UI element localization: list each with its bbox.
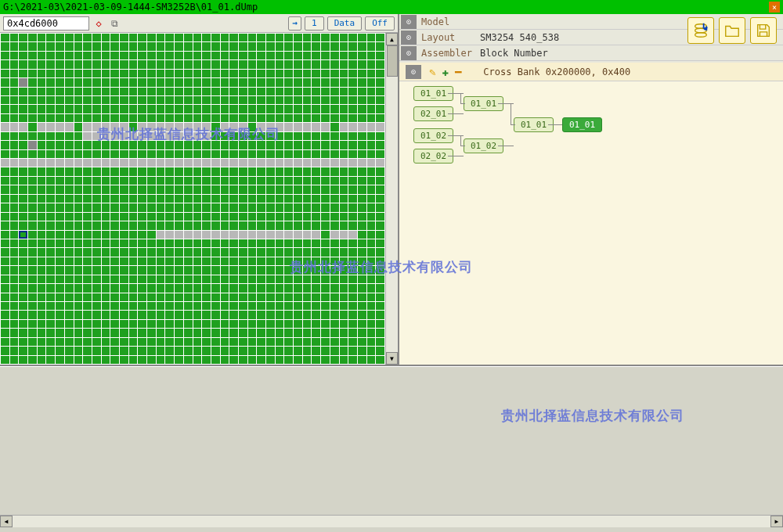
block-cell[interactable]	[138, 105, 146, 113]
block-cell[interactable]	[120, 177, 128, 185]
block-cell[interactable]	[1, 42, 9, 50]
block-cell[interactable]	[348, 105, 357, 113]
block-cell[interactable]	[221, 52, 229, 59]
block-cell[interactable]	[46, 302, 55, 310]
block-cell[interactable]	[56, 105, 64, 113]
block-cell[interactable]	[367, 221, 376, 229]
block-cell[interactable]	[266, 320, 275, 328]
block-cell[interactable]	[28, 347, 37, 354]
block-cell[interactable]	[358, 60, 366, 68]
block-cell[interactable]	[10, 311, 19, 318]
block-cell[interactable]	[303, 302, 312, 310]
block-cell[interactable]	[321, 257, 330, 265]
block-cell[interactable]	[102, 284, 110, 292]
block-cell[interactable]	[129, 320, 138, 328]
block-cell[interactable]	[56, 78, 64, 86]
block-cell[interactable]	[138, 302, 146, 310]
block-cell[interactable]	[239, 185, 247, 193]
block-cell[interactable]	[266, 167, 275, 175]
scroll-up-button[interactable]: ▲	[386, 33, 398, 45]
block-cell[interactable]	[229, 42, 238, 50]
block-cell[interactable]	[129, 356, 138, 364]
block-cell[interactable]	[110, 239, 119, 247]
block-cell[interactable]	[28, 239, 37, 247]
block-cell[interactable]	[248, 284, 257, 292]
block-cell[interactable]	[276, 132, 284, 140]
block-cell[interactable]	[367, 132, 376, 140]
block-cell[interactable]	[376, 177, 384, 185]
block-cell[interactable]	[303, 248, 312, 256]
block-cell[interactable]	[46, 96, 55, 104]
block-cell[interactable]	[120, 52, 128, 59]
block-cell[interactable]	[83, 329, 92, 336]
block-cell[interactable]	[284, 105, 293, 113]
block-cell[interactable]	[248, 34, 257, 41]
block-cell[interactable]	[312, 347, 320, 354]
block-cell[interactable]	[340, 141, 348, 149]
block-cell[interactable]	[294, 78, 302, 86]
block-cell[interactable]	[239, 159, 247, 167]
block-cell[interactable]	[92, 257, 101, 265]
block-cell[interactable]	[19, 159, 27, 167]
block-cell[interactable]	[229, 105, 238, 113]
block-cell[interactable]	[83, 132, 92, 140]
block-cell[interactable]	[147, 123, 156, 131]
block-cell[interactable]	[294, 338, 302, 346]
block-cell[interactable]	[340, 150, 348, 158]
block-cell[interactable]	[184, 60, 193, 68]
block-cell[interactable]	[157, 52, 165, 59]
block-cell[interactable]	[248, 275, 257, 283]
block-cell[interactable]	[74, 284, 83, 292]
block-cell[interactable]	[102, 248, 110, 256]
block-cell[interactable]	[266, 141, 275, 149]
block-cell[interactable]	[294, 105, 302, 113]
block-cell[interactable]	[175, 221, 183, 229]
block-cell[interactable]	[221, 88, 229, 95]
block-cell[interactable]	[211, 320, 220, 328]
block-cell[interactable]	[102, 96, 110, 104]
block-cell[interactable]	[175, 132, 183, 140]
block-cell[interactable]	[358, 257, 366, 265]
block-cell[interactable]	[92, 231, 101, 239]
block-cell[interactable]	[221, 114, 229, 122]
block-cell[interactable]	[294, 195, 302, 203]
block-cell[interactable]	[340, 78, 348, 86]
block-cell[interactable]	[202, 248, 211, 256]
block-cell[interactable]	[358, 356, 366, 364]
block-cell[interactable]	[229, 185, 238, 193]
block-cell[interactable]	[74, 78, 83, 86]
block-cell[interactable]	[165, 195, 174, 203]
block-cell[interactable]	[46, 159, 55, 167]
block-cell[interactable]	[239, 320, 247, 328]
block-cell[interactable]	[340, 132, 348, 140]
block-cell[interactable]	[257, 60, 265, 68]
block-cell[interactable]	[202, 293, 211, 301]
block-cell[interactable]	[330, 159, 339, 167]
block-cell[interactable]	[257, 150, 265, 158]
block-cell[interactable]	[202, 132, 211, 140]
block-cell[interactable]	[110, 105, 119, 113]
block-cell[interactable]	[358, 52, 366, 59]
block-cell[interactable]	[165, 159, 174, 167]
block-cell[interactable]	[157, 42, 165, 50]
block-cell[interactable]	[284, 167, 293, 175]
block-cell[interactable]	[330, 320, 339, 328]
block-cell[interactable]	[10, 257, 19, 265]
block-cell[interactable]	[28, 221, 37, 229]
block-cell[interactable]	[211, 293, 220, 301]
block-cell[interactable]	[92, 52, 101, 59]
block-cell[interactable]	[19, 356, 27, 364]
block-cell[interactable]	[46, 284, 55, 292]
block-cell[interactable]	[321, 284, 330, 292]
block-cell[interactable]	[138, 347, 146, 354]
block-cell[interactable]	[129, 248, 138, 256]
block-cell[interactable]	[175, 96, 183, 104]
block-cell[interactable]	[211, 284, 220, 292]
block-cell[interactable]	[294, 221, 302, 229]
block-cell[interactable]	[56, 159, 64, 167]
block-cell[interactable]	[348, 150, 357, 158]
block-cell[interactable]	[348, 275, 357, 283]
block-cell[interactable]	[303, 257, 312, 265]
block-cell[interactable]	[28, 78, 37, 86]
block-cell[interactable]	[28, 167, 37, 175]
